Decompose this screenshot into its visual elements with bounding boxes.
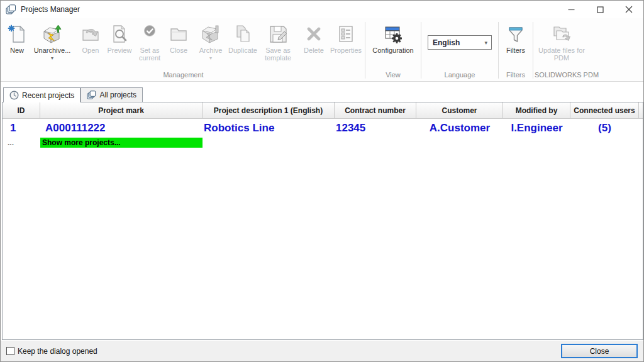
unarchive-button-label: Unarchive... [34, 47, 71, 54]
filters-button-label: Filters [506, 47, 525, 54]
preview-document-icon [109, 23, 130, 45]
tab-all-projects-label: All projects [99, 90, 136, 99]
stacked-projects-icon [6, 4, 16, 15]
chevron-down-icon: ▾ [484, 40, 491, 46]
tab-recent-projects-label: Recent projects [22, 91, 74, 100]
archive-button-label: Archive [199, 47, 223, 54]
duplicate-pages-icon [232, 23, 253, 45]
projects-table-panel: ID Project mark Project description 1 (E… [2, 102, 643, 340]
properties-button[interactable]: Properties [328, 21, 364, 54]
duplicate-button-label: Duplicate [228, 47, 257, 54]
filters-button[interactable]: Filters [500, 21, 531, 54]
close-project-button-label: Close [170, 47, 187, 54]
open-button[interactable]: Open [77, 21, 104, 54]
close-project-button[interactable]: Close [165, 21, 192, 54]
column-header-customer[interactable]: Customer [416, 102, 503, 119]
table-row[interactable]: 1 A000111222 Robotics Line 12345 A.Custo… [3, 119, 643, 137]
update-files-pdm-button[interactable]: Update files for PDM [535, 21, 589, 62]
cell-project-mark: A000111222 [40, 119, 203, 137]
maximize-button[interactable] [586, 1, 614, 18]
update-folders-icon [551, 23, 572, 45]
properties-button-label: Properties [330, 47, 362, 54]
group-label-management: Management [3, 70, 364, 81]
cell-contract-number: 12345 [335, 119, 416, 137]
cell-connected-users: (5) [570, 119, 639, 137]
table-header-row: ID Project mark Project description 1 (E… [3, 102, 643, 119]
column-header-modified-by[interactable]: Modified by [503, 102, 570, 119]
unarchive-box-icon [42, 23, 63, 45]
configuration-button[interactable]: Configuration [367, 21, 419, 54]
stacked-projects-icon [87, 90, 96, 100]
save-as-template-button[interactable]: Save as template [260, 21, 296, 62]
close-icon [625, 6, 633, 13]
projects-manager-window: Projects Manager [0, 0, 644, 362]
column-header-id[interactable]: ID [3, 102, 40, 119]
language-selected-value: English [433, 38, 484, 47]
column-header-description[interactable]: Project description 1 (English) [203, 102, 335, 119]
properties-list-icon [335, 23, 357, 45]
clock-icon [9, 90, 19, 100]
update-files-pdm-button-label: Update files for PDM [535, 47, 589, 62]
column-header-filler [639, 102, 643, 119]
new-button[interactable]: New [3, 21, 31, 54]
ribbon-group-separator [498, 22, 499, 79]
cell-id: 1 [3, 119, 40, 137]
save-as-template-button-label: Save as template [260, 47, 296, 62]
language-select[interactable]: English ▾ [428, 35, 492, 50]
column-header-project-mark[interactable]: Project mark [40, 102, 203, 119]
group-label-pdm: SOLIDWORKS PDM [535, 70, 599, 81]
ribbon-group-separator [365, 22, 365, 79]
tab-all-projects[interactable]: All projects [80, 87, 143, 102]
ribbon-toolbar: New Unarchive... ▾ [1, 18, 643, 82]
close-dialog-button[interactable]: Close [561, 344, 638, 358]
ribbon-group-filters: Filters Filters [500, 18, 531, 81]
maximize-icon [597, 6, 604, 13]
keep-dialog-opened-checkbox[interactable] [6, 347, 14, 355]
folder-icon [168, 23, 189, 45]
titlebar: Projects Manager [1, 1, 643, 18]
column-header-contract-number[interactable]: Contract number [335, 102, 416, 119]
keep-dialog-opened-label: Keep the dialog opened [18, 347, 97, 356]
ribbon-group-language: English ▾ Language [423, 18, 497, 81]
set-as-current-button[interactable]: Set as current [135, 21, 165, 62]
new-document-icon [6, 23, 28, 45]
delete-button-label: Delete [304, 47, 324, 54]
close-window-button[interactable] [614, 1, 643, 18]
cell-description: Robotics Line [203, 119, 335, 137]
funnel-icon [505, 23, 526, 45]
cell-customer: A.Customer [416, 119, 503, 137]
configuration-button-label: Configuration [372, 47, 413, 54]
window-title: Projects Manager [21, 5, 80, 14]
ribbon-group-management: New Unarchive... ▾ [3, 18, 364, 81]
delete-button[interactable]: Delete [299, 21, 328, 54]
duplicate-button[interactable]: Duplicate [226, 21, 260, 54]
group-label-filters: Filters [500, 70, 531, 81]
preview-button[interactable]: Preview [104, 21, 135, 54]
open-button-label: Open [82, 47, 99, 54]
chevron-down-icon: ▾ [209, 55, 212, 61]
delete-x-icon [303, 23, 325, 45]
tab-recent-projects[interactable]: Recent projects [3, 87, 80, 102]
open-folder-icon [80, 23, 101, 45]
footer-bar: Keep the dialog opened Close [1, 341, 643, 361]
chevron-down-icon[interactable]: ▾ [51, 55, 53, 61]
check-circle-icon [139, 23, 160, 45]
ribbon-group-view: Configuration View [367, 18, 419, 81]
archive-button[interactable]: Archive ▾ [196, 21, 226, 61]
window-controls [557, 1, 643, 18]
column-header-connected-users[interactable]: Connected users [570, 102, 639, 119]
show-more-row-id: ... [3, 140, 40, 145]
set-as-current-label-wrap: Preview [107, 47, 131, 54]
ribbon-group-pdm: Update files for PDM SOLIDWORKS PDM [535, 18, 599, 81]
configuration-grid-gear-icon [382, 23, 404, 45]
keep-dialog-opened-option[interactable]: Keep the dialog opened [6, 347, 97, 356]
cell-modified-by: I.Engineer [503, 119, 570, 137]
unarchive-button[interactable]: Unarchive... ▾ [31, 21, 74, 61]
new-button-label: New [10, 47, 24, 54]
show-more-projects-link[interactable]: Show more projects... [40, 138, 203, 148]
set-as-current-button-label: Set as current [135, 47, 165, 62]
minimize-button[interactable] [557, 1, 586, 18]
group-label-language: Language [423, 70, 497, 81]
show-more-row: ... Show more projects... [3, 137, 643, 148]
ribbon-group-separator [421, 22, 421, 79]
